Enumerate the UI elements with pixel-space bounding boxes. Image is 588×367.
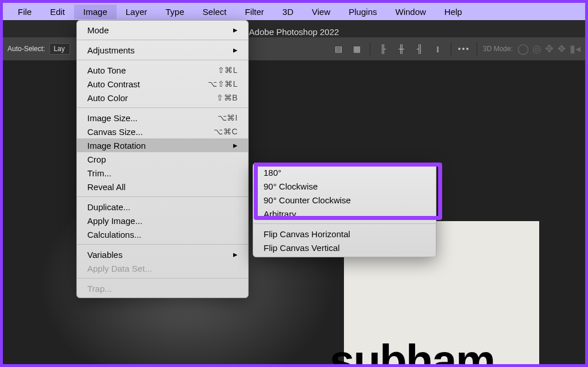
menu-label: Apply Image... (87, 216, 142, 226)
align-left-icon[interactable]: ▤ (332, 42, 346, 56)
menu-label: Crop (87, 154, 106, 164)
more-options-icon[interactable]: ••• (457, 42, 471, 56)
menu-item-image-rotation[interactable]: Image Rotation▸ (77, 138, 248, 152)
auto-select-label: Auto-Select: (7, 45, 45, 53)
menu-label: Calculations... (87, 230, 141, 239)
menu-label: Arbitrary... (264, 209, 303, 219)
menu-label: Reveal All (87, 182, 126, 192)
menu-label: Auto Color (87, 93, 128, 103)
menu-window[interactable]: Window (386, 5, 435, 19)
submenu-item-arbitrary[interactable]: Arbitrary... (253, 207, 436, 221)
menu-label: Apply Data Set... (87, 264, 152, 273)
submenu-item-flip-vertical[interactable]: Flip Canvas Vertical (253, 241, 436, 254)
menubar: File Edit Image Layer Type Select Filter… (3, 3, 585, 20)
menu-help[interactable]: Help (435, 5, 471, 19)
3d-mode-label: 3D Mode: (483, 45, 513, 53)
distribute-top-icon[interactable]: ╟ (376, 42, 390, 56)
menu-label: Auto Tone (87, 65, 126, 75)
pan-3d-icon[interactable]: ◎ (532, 43, 541, 55)
camera-3d-icon[interactable]: ▮◂ (570, 43, 581, 55)
menu-item-variables[interactable]: Variables▸ (77, 248, 248, 261)
menu-label: 180° (264, 168, 281, 177)
submenu-item-180[interactable]: 180° (253, 165, 436, 179)
orbit-3d-icon[interactable]: ◯ (517, 43, 529, 55)
menu-layer[interactable]: Layer (117, 5, 157, 19)
chevron-right-icon: ▸ (233, 249, 238, 260)
menu-item-duplicate[interactable]: Duplicate... (77, 200, 248, 214)
menu-item-canvas-size[interactable]: Canvas Size...⌥⌘C (77, 125, 248, 138)
menu-file[interactable]: File (9, 5, 41, 19)
distribute-vcenter-icon[interactable]: ╫ (394, 42, 408, 56)
menu-label: 90° Clockwise (264, 181, 318, 191)
align-center-icon[interactable]: ▦ (350, 42, 364, 56)
chevron-right-icon: ▸ (233, 140, 238, 150)
menu-edit[interactable]: Edit (41, 5, 74, 19)
shortcut: ⌥⇧⌘L (208, 79, 238, 88)
shortcut: ⌥⌘I (218, 113, 238, 122)
menu-item-auto-color[interactable]: Auto Color⇧⌘B (77, 91, 248, 105)
menu-item-image-size[interactable]: Image Size...⌥⌘I (77, 111, 248, 125)
menu-item-apply-image[interactable]: Apply Image... (77, 214, 248, 227)
menu-item-auto-tone[interactable]: Auto Tone⇧⌘L (77, 63, 248, 77)
menu-item-calculations[interactable]: Calculations... (77, 227, 248, 241)
image-rotation-submenu: 180° 90° Clockwise 90° Counter Clockwise… (253, 163, 436, 257)
distribute-space-icon[interactable]: ⫿ (431, 42, 445, 56)
submenu-item-90ccw[interactable]: 90° Counter Clockwise (253, 193, 436, 207)
menu-filter[interactable]: Filter (236, 5, 273, 19)
move-3d-icon[interactable]: ✥ (545, 43, 554, 55)
menu-item-adjustments[interactable]: Adjustments▸ (77, 43, 248, 57)
menu-label: Duplicate... (87, 202, 130, 212)
menu-item-mode[interactable]: Mode▸ (77, 23, 248, 37)
scale-3d-icon[interactable]: ❖ (557, 43, 566, 55)
menu-label: Trap... (87, 284, 112, 293)
menu-label: Mode (87, 25, 109, 35)
menu-item-trap: Trap... (77, 281, 248, 295)
chevron-right-icon: ▸ (233, 45, 238, 55)
menu-item-trim[interactable]: Trim... (77, 166, 248, 180)
menu-label: Variables (87, 250, 122, 260)
menu-label: Image Size... (87, 113, 138, 123)
menu-view[interactable]: View (303, 5, 339, 19)
shortcut: ⌥⌘C (214, 127, 238, 136)
distribute-bottom-icon[interactable]: ╢ (413, 42, 427, 56)
menu-item-reveal-all[interactable]: Reveal All (77, 180, 248, 194)
chevron-right-icon: ▸ (233, 25, 238, 35)
layer-select[interactable]: Lay (49, 43, 69, 55)
menu-label: Canvas Size... (87, 127, 143, 137)
menu-plugins[interactable]: Plugins (339, 5, 386, 19)
menu-label: Flip Canvas Vertical (264, 243, 340, 253)
menu-label: Trim... (87, 168, 111, 178)
menu-type[interactable]: Type (156, 5, 194, 19)
submenu-item-flip-horizontal[interactable]: Flip Canvas Horizontal (253, 227, 436, 241)
menu-label: Flip Canvas Horizontal (264, 229, 350, 239)
menu-label: Auto Contrast (87, 79, 140, 89)
submenu-item-90cw[interactable]: 90° Clockwise (253, 179, 436, 193)
image-menu-dropdown: Mode▸ Adjustments▸ Auto Tone⇧⌘L Auto Con… (76, 20, 249, 298)
menu-item-crop[interactable]: Crop (77, 152, 248, 166)
menu-label: Adjustments (87, 45, 135, 55)
menu-item-auto-contrast[interactable]: Auto Contrast⌥⇧⌘L (77, 77, 248, 91)
menu-label: Image Rotation (87, 141, 146, 150)
menu-3d[interactable]: 3D (273, 5, 303, 19)
shortcut: ⇧⌘B (216, 93, 238, 102)
menu-item-apply-data-set: Apply Data Set... (77, 261, 248, 275)
canvas-text: subham (330, 338, 494, 367)
shortcut: ⇧⌘L (218, 65, 238, 75)
menu-image[interactable]: Image (74, 5, 117, 19)
menu-label: 90° Counter Clockwise (264, 195, 351, 205)
menu-select[interactable]: Select (194, 5, 236, 19)
